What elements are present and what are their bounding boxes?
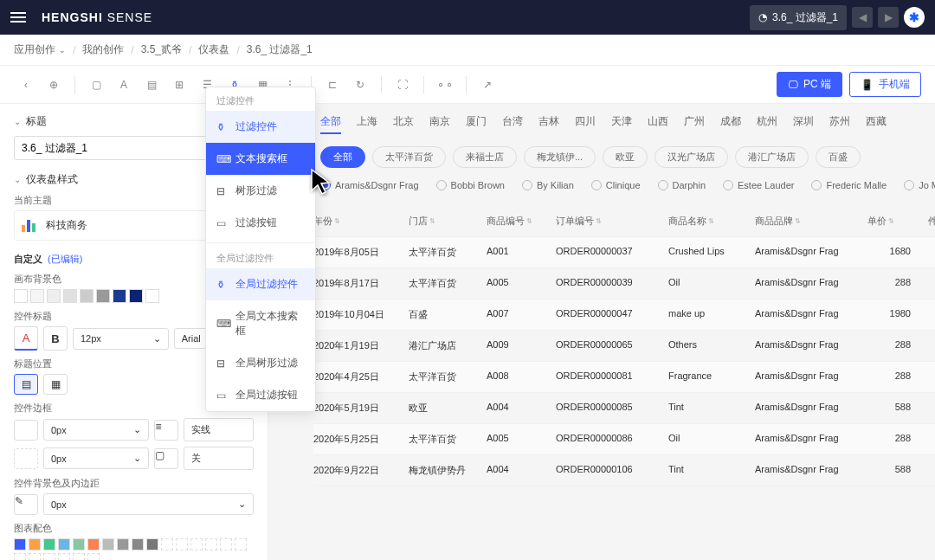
table-header-cell[interactable]: 门店⇅ xyxy=(409,215,487,228)
palette-swatch[interactable] xyxy=(117,538,129,550)
palette-swatch[interactable] xyxy=(14,538,26,550)
brand-radio[interactable]: Jo Malone xyxy=(904,180,935,190)
store-pill[interactable]: 港汇广场店 xyxy=(735,146,809,168)
color-swatch[interactable] xyxy=(47,289,61,303)
region-tab[interactable]: 成都 xyxy=(720,114,741,134)
border-style-select[interactable]: 实线 xyxy=(184,418,254,441)
palette-empty[interactable] xyxy=(235,538,247,550)
breadcrumb-item[interactable]: 仪表盘 xyxy=(198,42,229,57)
table-header-cell[interactable]: 件数⇅ xyxy=(928,215,935,228)
menu-item-global-search[interactable]: ⌨全局文本搜索框 xyxy=(206,300,315,347)
store-pill[interactable]: 欧亚 xyxy=(603,146,648,168)
font-size-select[interactable]: 12px⌄ xyxy=(73,328,169,350)
menu-item-filter-button[interactable]: ▭过滤按钮 xyxy=(206,207,315,239)
palette-empty[interactable] xyxy=(176,538,188,550)
color-swatch[interactable] xyxy=(63,289,77,303)
palette-empty[interactable] xyxy=(205,538,217,550)
region-tab[interactable]: 苏州 xyxy=(829,114,850,134)
pos-top-button[interactable]: ▦ xyxy=(43,374,68,395)
brand-radio[interactable]: Aramis&Dsgnr Frag xyxy=(320,180,419,190)
menu-item-global-button[interactable]: ▭全局过滤按钮 xyxy=(206,379,315,411)
palette-empty[interactable] xyxy=(190,538,203,550)
table-row[interactable]: 2019年10月04日百盛A007ORDER00000047make upAra… xyxy=(313,299,935,331)
color-swatch[interactable] xyxy=(113,289,126,303)
edit-link[interactable]: (已编辑) xyxy=(48,253,82,266)
region-tab[interactable]: 上海 xyxy=(357,114,377,134)
palette-empty[interactable] xyxy=(161,538,173,550)
store-pill[interactable]: 太平洋百货 xyxy=(372,146,446,168)
shadow-select[interactable]: 关 xyxy=(184,447,254,470)
region-tab[interactable]: 天津 xyxy=(611,114,632,134)
brand-radio[interactable]: Clinique xyxy=(591,180,641,190)
table-header-cell[interactable]: 商品编号⇅ xyxy=(487,215,556,228)
palette-swatch[interactable] xyxy=(58,538,70,550)
region-tab[interactable]: 全部 xyxy=(320,114,341,134)
layout-icon[interactable]: ▤ xyxy=(139,73,164,97)
bg-color-icon[interactable]: ✎ xyxy=(14,494,38,515)
palette-empty[interactable] xyxy=(87,553,100,560)
menu-item-global-tree[interactable]: ⊟全局树形过滤 xyxy=(206,347,315,379)
table-header-cell[interactable]: 年份⇅ xyxy=(313,215,409,228)
table-header-cell[interactable]: 单价⇅ xyxy=(867,215,928,228)
zoom-icon[interactable]: ⊕ xyxy=(42,73,66,97)
font-bold-button[interactable]: B xyxy=(43,326,68,351)
pos-left-button[interactable]: ▤ xyxy=(14,374,38,395)
table-row[interactable]: 2020年5月25日太平洋百货A005ORDER00000086OilArami… xyxy=(313,424,935,455)
palette-swatch[interactable] xyxy=(73,538,85,550)
table-header-cell[interactable]: 商品品牌⇅ xyxy=(755,215,867,228)
region-tab[interactable]: 广州 xyxy=(684,114,705,134)
brand-radio[interactable]: Bobbi Brown xyxy=(436,180,505,190)
region-tab[interactable]: 山西 xyxy=(648,114,668,134)
table-header-cell[interactable]: 商品名称⇅ xyxy=(668,215,755,228)
table-row[interactable]: 2020年4月25日太平洋百货A008ORDER00000081Fragranc… xyxy=(313,362,935,393)
palette-swatch[interactable] xyxy=(132,538,144,550)
color-swatch[interactable] xyxy=(96,289,110,303)
nav-next-button[interactable]: ▶ xyxy=(878,7,899,28)
region-tab[interactable]: 杭州 xyxy=(757,114,777,134)
table-row[interactable]: 2020年1月19日港汇广场店A009ORDER00000065OthersAr… xyxy=(313,331,935,362)
palette-empty[interactable] xyxy=(58,553,70,560)
border-style-icon[interactable]: ≡ xyxy=(154,420,178,441)
nav-prev-button[interactable]: ◀ xyxy=(852,7,873,28)
palette-empty[interactable] xyxy=(43,553,55,560)
padding-select[interactable]: 0px⌄ xyxy=(43,493,254,515)
store-pill[interactable]: 全部 xyxy=(320,146,365,168)
shadow-icon[interactable]: ▢ xyxy=(154,448,178,469)
menu-item-tree-filter[interactable]: ⊟树形过滤 xyxy=(206,175,315,207)
region-tab[interactable]: 深圳 xyxy=(793,114,814,134)
refresh-icon[interactable]: ↻ xyxy=(348,73,372,97)
text-icon[interactable]: A xyxy=(112,73,136,97)
region-tab[interactable]: 西藏 xyxy=(866,114,887,134)
region-tab[interactable]: 南京 xyxy=(429,114,450,134)
palette-swatch[interactable] xyxy=(146,538,158,550)
image-icon[interactable]: ▢ xyxy=(84,73,108,97)
mobile-view-button[interactable]: 📱手机端 xyxy=(849,72,921,97)
breadcrumb-item[interactable]: 3.5_贰爷 xyxy=(141,42,182,57)
font-color-button[interactable]: A xyxy=(14,326,38,351)
color-swatch[interactable] xyxy=(129,289,143,303)
palette-empty[interactable] xyxy=(220,538,232,550)
table-header-cell[interactable]: 订单编号⇅ xyxy=(556,215,668,228)
border-radius-icon[interactable] xyxy=(14,448,38,469)
store-pill[interactable]: 百盛 xyxy=(816,146,861,168)
palette-swatch[interactable] xyxy=(102,538,114,550)
user-avatar[interactable]: ✱ xyxy=(904,7,925,28)
align-icon[interactable]: ⊏ xyxy=(320,73,345,97)
expand-icon[interactable]: ⛶ xyxy=(390,73,415,97)
header-current-tab[interactable]: ◔ 3.6_ 过滤器_1 xyxy=(750,5,847,30)
color-swatch[interactable] xyxy=(14,289,28,303)
brand-radio[interactable]: Frederic Malle xyxy=(811,180,887,190)
share-icon[interactable]: ⚬⚬ xyxy=(433,73,457,97)
table-row[interactable]: 2019年8月05日太平洋百货A001ORDER00000037Crushed … xyxy=(313,237,935,268)
table-row[interactable]: 2020年9月22日梅龙镇伊势丹A004ORDER00000106TintAra… xyxy=(313,455,935,486)
palette-empty[interactable] xyxy=(29,553,41,560)
border-width-select[interactable]: 0px⌄ xyxy=(43,419,149,441)
region-tab[interactable]: 台湾 xyxy=(502,114,523,134)
color-swatch[interactable] xyxy=(80,289,94,303)
export-icon[interactable]: ↗ xyxy=(475,73,500,97)
store-pill[interactable]: 汉光广场店 xyxy=(654,146,728,168)
palette-swatch[interactable] xyxy=(43,538,55,550)
menu-item-global-filter[interactable]: ⚱全局过滤控件 xyxy=(206,268,315,300)
breadcrumb-item[interactable]: 我的创作 xyxy=(82,42,124,57)
brand-radio[interactable]: Estee Lauder xyxy=(723,180,794,190)
